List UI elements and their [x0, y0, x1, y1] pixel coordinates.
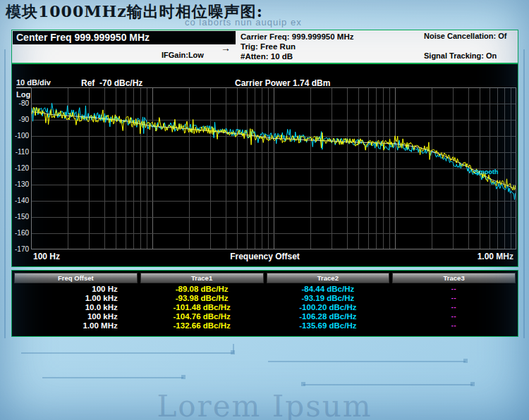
scale-per-div-label: 10 dB/div [16, 78, 51, 88]
header-right-block: Noise Cancellation: Of Signal Tracking: … [424, 32, 506, 60]
table-cell: -100.20 dBc/Hz [267, 303, 390, 312]
y-tick-label: -120 [12, 164, 29, 172]
ref-level-label: Ref -70 dBc/Hz [81, 78, 142, 88]
table-cell: 10.0 kHz [14, 303, 138, 312]
table-cell: 1.00 kHz [14, 294, 138, 303]
table-cell: -- [392, 312, 516, 321]
marker-table-header: Freq OffsetTrace1Trace2Trace3 [14, 273, 516, 282]
table-row: 10.0 kHz-101.48 dBc/Hz-100.20 dBc/Hz-- [14, 303, 516, 312]
y-tick-label: -100 [12, 132, 29, 140]
circuit-trace [303, 384, 473, 385]
circuit-pad [181, 375, 186, 379]
table-cell: 100 kHz [14, 312, 138, 321]
marker-table-body: 100 Hz-89.08 dBc/Hz-84.44 dBc/Hz--1.00 k… [14, 285, 516, 331]
analyzer-header: Center Freq 999.999950 MHz IFGain:Low → … [11, 30, 518, 63]
table-column-header: Freq Offset [14, 273, 138, 283]
signal-tracking-label: Signal Tracking: On [424, 51, 506, 60]
circuit-trace [523, 49, 525, 338]
y-tick-label: -150 [12, 213, 29, 221]
log-scale-label: Log [16, 90, 30, 99]
y-tick-label: -140 [12, 197, 29, 204]
page-title: 模块1000MHz输出时相位噪声图: [6, 1, 263, 23]
circuit-pad [231, 350, 235, 354]
table-column-header: Trace1 [140, 273, 264, 283]
y-tick-label: -130 [12, 180, 29, 188]
center-freq-display: Center Freq 999.999950 MHz [13, 31, 236, 44]
circuit-trace [4, 49, 6, 338]
table-cell: -84.44 dBc/Hz [267, 285, 390, 294]
ifgain-label: IFGain:Low [162, 51, 204, 59]
table-cell: -- [392, 294, 516, 303]
table-cell: -89.08 dBc/Hz [140, 285, 264, 294]
table-cell: 1.00 MHz [14, 321, 138, 331]
atten-label: #Atten: 10 dB [241, 51, 353, 61]
table-cell: -- [392, 303, 516, 312]
table-cell: -104.76 dBc/Hz [140, 312, 264, 321]
noise-cancellation-label: Noise Cancellation: Of [424, 32, 506, 40]
y-tick-label: -160 [12, 229, 29, 237]
marker-arrow-icon: → [221, 42, 231, 54]
table-cell: 100 Hz [14, 285, 138, 294]
circuit-pad [463, 359, 468, 363]
x-axis-title: Frequency Offset [12, 252, 518, 261]
table-row: 1.00 MHz-132.66 dBc/Hz-135.69 dBc/Hz-- [14, 321, 516, 331]
carrier-power-label: Carrier Power 1.74 dBm [235, 78, 330, 88]
trig-label: Trig: Free Run [241, 42, 353, 51]
table-cell: -93.98 dBc/Hz [140, 294, 264, 303]
circuit-pad [470, 382, 475, 386]
marker-table: Freq OffsetTrace1Trace2Trace3 100 Hz-89.… [11, 270, 518, 337]
circuit-trace [21, 352, 233, 354]
table-cell: -106.28 dBc/Hz [267, 312, 390, 321]
table-cell: -132.66 dBc/Hz [140, 321, 264, 331]
table-row: 1.00 kHz-93.98 dBc/Hz-93.19 dBc/Hz-- [14, 294, 516, 303]
table-row: 100 Hz-89.08 dBc/Hz-84.44 dBc/Hz-- [14, 285, 516, 294]
y-tick-label: -80 [12, 99, 29, 107]
circuit-trace [42, 377, 183, 378]
table-cell: -93.19 dBc/Hz [267, 294, 390, 303]
table-cell: -101.48 dBc/Hz [140, 303, 264, 312]
table-cell: -135.69 dBc/Hz [267, 321, 390, 331]
table-cell: -- [392, 285, 516, 294]
header-mid-block: Carrier Freq: 999.999950 MHz Trig: Free … [241, 32, 353, 61]
table-column-header: Trace2 [267, 273, 390, 283]
carrier-freq-label: Carrier Freq: 999.999950 MHz [241, 32, 353, 42]
y-tick-label: -90 [12, 116, 29, 123]
table-row: 100 kHz-104.76 dBc/Hz-106.28 dBc/Hz-- [14, 312, 516, 321]
plot-area [31, 87, 516, 249]
phase-noise-chart: 10 dB/div Log Ref -70 dBc/Hz Carrier Pow… [11, 63, 518, 267]
table-column-header: Trace3 [392, 273, 516, 283]
table-cell: -- [392, 321, 516, 331]
y-tick-label: -110 [12, 148, 29, 156]
circuit-trace [268, 361, 466, 362]
circuit-pad [301, 382, 305, 386]
lorem-ipsum-watermark: Lorem Ipsum [0, 389, 529, 420]
x-axis-end-label: 1.00 MHz [478, 252, 513, 261]
smooth-annotation: Smooth [475, 168, 499, 175]
